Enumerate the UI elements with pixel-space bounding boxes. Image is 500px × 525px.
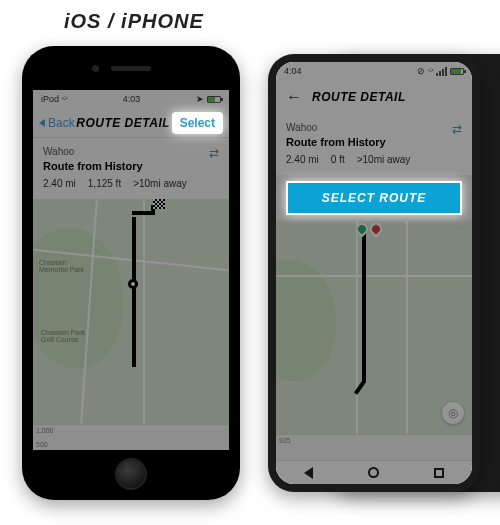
ios-nav-bar: Back ROUTE DETAIL Select <box>33 108 229 138</box>
reverse-route-icon[interactable]: ⇄ <box>452 122 462 136</box>
finish-flag-icon <box>153 199 165 209</box>
page-title: ROUTE DETAIL <box>312 90 406 104</box>
ios-status-time: 4:03 <box>123 94 141 104</box>
back-label: Back <box>48 116 75 130</box>
nav-home-icon[interactable] <box>368 467 379 478</box>
android-status-bar: 4:04 ⊘ ⌔ <box>276 62 472 80</box>
iphone-speaker <box>111 66 151 71</box>
elevation-chart: 1,000 500 <box>33 424 229 450</box>
android-system-nav <box>276 460 472 484</box>
route-name: Route from History <box>43 160 219 172</box>
iphone-frame: iPod ⌔ 4:03 ➤ Back ROUTE DETAIL Select W… <box>22 46 240 500</box>
map-label-golf: Chastain Park Golf Course <box>41 329 85 343</box>
android-screen: 4:04 ⊘ ⌔ ← ROUTE DETAIL Wahoo Route from… <box>276 62 472 484</box>
stat-elevation: 0 ft <box>331 154 345 165</box>
battery-icon <box>450 68 464 75</box>
carrier-label: iPod <box>41 94 59 104</box>
route-marker-icon <box>128 279 138 289</box>
route-info-panel: Wahoo Route from History ⇄ 2.40 mi 0 ft … <box>276 114 472 175</box>
nav-recents-icon[interactable] <box>434 468 444 478</box>
stat-distance: 2.40 mi <box>43 178 76 189</box>
battery-icon <box>207 96 221 103</box>
elev-top-tick: 925 <box>279 437 291 444</box>
elev-bottom-tick: 500 <box>36 441 48 448</box>
route-stats: 2.40 mi 0 ft >10mi away <box>286 154 462 165</box>
route-info-panel: Wahoo Route from History ⇄ 2.40 mi 1,125… <box>33 138 229 199</box>
elevation-chart: 925 <box>276 434 472 460</box>
map-view[interactable]: Chastain Memorial Park Chastain Park Gol… <box>33 199 229 424</box>
cell-signal-icon <box>436 67 447 76</box>
chevron-left-icon <box>39 119 45 127</box>
nav-back-icon[interactable] <box>304 467 313 479</box>
android-frame: 4:04 ⊘ ⌔ ← ROUTE DETAIL Wahoo Route from… <box>268 54 480 492</box>
do-not-disturb-icon: ⊘ <box>417 66 425 76</box>
map-label-park: Chastain Memorial Park <box>39 259 84 273</box>
elev-top-tick: 1,000 <box>36 427 54 434</box>
end-pin-icon <box>368 221 385 237</box>
android-nav-bar: ← ROUTE DETAIL <box>276 80 472 114</box>
route-stats: 2.40 mi 1,125 ft >10mi away <box>43 178 219 189</box>
route-name: Route from History <box>286 136 462 148</box>
wifi-icon: ⌔ <box>62 94 67 104</box>
locate-me-button[interactable]: ◎ <box>442 402 464 424</box>
reverse-route-icon[interactable]: ⇄ <box>209 146 219 160</box>
stat-away: >10mi away <box>357 154 411 165</box>
select-button[interactable]: Select <box>172 112 223 134</box>
home-button[interactable] <box>115 458 147 490</box>
back-button[interactable]: Back <box>39 116 75 130</box>
location-icon: ➤ <box>196 94 204 104</box>
ios-heading: iOS / iPHONE <box>64 10 204 33</box>
back-button[interactable]: ← <box>286 88 302 106</box>
stat-elevation: 1,125 ft <box>88 178 121 189</box>
ios-screen: iPod ⌔ 4:03 ➤ Back ROUTE DETAIL Select W… <box>33 90 229 450</box>
route-owner: Wahoo <box>43 146 219 157</box>
route-owner: Wahoo <box>286 122 462 133</box>
map-view[interactable]: ◎ <box>276 221 472 434</box>
page-title: ROUTE DETAIL <box>76 116 170 130</box>
wifi-icon: ⌔ <box>428 66 433 76</box>
ios-status-bar: iPod ⌔ 4:03 ➤ <box>33 90 229 108</box>
stat-distance: 2.40 mi <box>286 154 319 165</box>
select-route-button[interactable]: SELECT ROUTE <box>286 181 462 215</box>
stat-away: >10mi away <box>133 178 187 189</box>
iphone-camera <box>92 65 99 72</box>
android-status-time: 4:04 <box>284 66 302 76</box>
